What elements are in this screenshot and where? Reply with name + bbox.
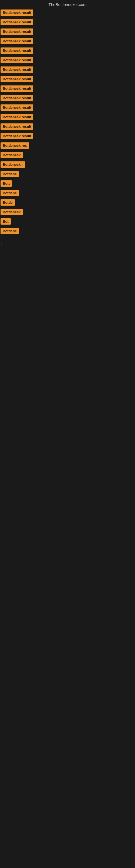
list-item[interactable]: Bottlene [1,188,135,198]
list-item[interactable]: Bottle [1,198,135,207]
list-item[interactable]: Bottleneck r [1,160,135,169]
list-item[interactable]: Bottleneck result [1,46,135,55]
bottleneck-badge: Bottleneck result [1,123,33,130]
list-item[interactable]: Bottleneck result [1,8,135,18]
list-item[interactable]: Bottleneck result [1,36,135,46]
list-item[interactable]: Bottleneck result [1,74,135,84]
bottleneck-badge: Bottleneck result [1,9,33,16]
bottleneck-badge: Bottleneck result [1,66,33,73]
bottleneck-badge: Bot [1,218,11,225]
bottleneck-badge: Bottlene [1,190,19,196]
cursor-line [1,241,135,247]
list-item[interactable]: Bottleneck result [1,55,135,65]
bottleneck-badge: Bott [1,180,12,187]
list-item[interactable]: Bottleneck result [1,27,135,36]
bottleneck-badge: Bottleneck result [1,86,33,92]
bottleneck-badge: Bottleneck r [1,161,25,167]
bottleneck-badge: Bottleneck res [1,143,29,149]
list-item[interactable]: Bott [1,179,135,188]
list-item[interactable]: Bottleneck result [1,18,135,27]
bottleneck-badge: Bottleneck result [1,114,33,120]
list-item[interactable]: Bottleneck res [1,141,135,150]
bottleneck-badge: Bottleneck result [1,133,33,139]
bottleneck-badge: Bottleneck [1,209,23,215]
list-item[interactable]: Bottleneck result [1,93,135,103]
list-item[interactable]: Bottlene [1,226,135,236]
bottleneck-badge: Bottleneck result [1,104,33,111]
bottleneck-badge: Bottleneck result [1,29,33,35]
bottleneck-badge: Bottleneck result [1,76,33,82]
bottleneck-badge: Bottleneck result [1,95,33,101]
list-item[interactable]: Bottleneck result [1,65,135,74]
list-item[interactable]: Bottleneck result [1,103,135,112]
list-item[interactable]: Bottleneck result [1,122,135,131]
bottleneck-badge: Bottleneck result [1,48,33,54]
list-item[interactable]: Bottleneck result [1,112,135,122]
list-item[interactable]: Bottleneck [1,207,135,217]
list-item[interactable]: Bottleneck result [1,131,135,141]
bottleneck-list: Bottleneck resultBottleneck resultBottle… [0,8,135,236]
bottleneck-badge: Bottleneck [1,152,23,158]
bottleneck-badge: Bottleneck result [1,38,33,44]
bottleneck-badge: Bottlene [1,228,19,234]
bottleneck-badge: Bottleneck result [1,19,33,25]
list-item[interactable]: Bottlene [1,169,135,179]
bottleneck-badge: Bottleneck result [1,57,33,63]
list-item[interactable]: Bottleneck result [1,84,135,93]
bottleneck-badge: Bottle [1,199,15,206]
list-item[interactable]: Bot [1,217,135,226]
bottleneck-badge: Bottlene [1,171,19,177]
list-item[interactable]: Bottleneck [1,150,135,160]
site-header: TheBottlenecker.com [0,0,135,8]
